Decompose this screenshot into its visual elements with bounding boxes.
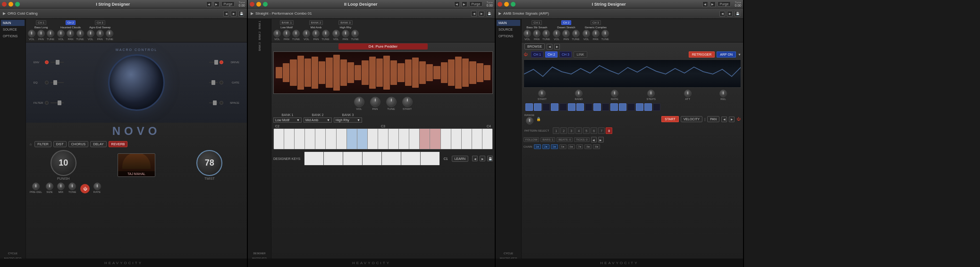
key-w19[interactable] [462, 129, 472, 149]
p3-ch1-tune-knob[interactable] [542, 30, 550, 37]
ch2-tune-knob[interactable] [76, 30, 84, 37]
p3-ch2-vol-knob[interactable] [553, 30, 560, 37]
p3-ch1-vol-knob[interactable] [524, 30, 531, 37]
step-1[interactable] [525, 103, 533, 111]
key-w2[interactable] [284, 129, 295, 149]
nav-options-1[interactable]: OPTIONS [1, 33, 25, 39]
pattern-1[interactable]: 1 [553, 127, 559, 134]
step-9[interactable] [593, 103, 601, 111]
close-btn-1[interactable] [2, 2, 7, 7]
bars-item[interactable]: BARS: 1 [541, 137, 555, 142]
gate-dot[interactable] [220, 81, 223, 84]
rate-knob[interactable] [93, 183, 101, 190]
power-icon-3[interactable]: ⏻ [524, 52, 527, 57]
link-btn[interactable]: LINK [574, 51, 588, 58]
dist-btn[interactable]: DIST [53, 141, 67, 147]
chain-7[interactable]: 8● [584, 144, 591, 149]
filter-slider[interactable] [58, 100, 61, 105]
b1-tune-knob[interactable] [292, 30, 300, 37]
next-btn-2[interactable]: ▶ [462, 1, 467, 7]
power-icon-range[interactable]: ⏻ [736, 117, 740, 121]
beats-item[interactable]: BEATS: 0 [557, 137, 573, 142]
range-next[interactable]: ▶ [729, 117, 735, 122]
close-btn-3[interactable] [498, 2, 502, 7]
chain-3[interactable]: 3● [551, 144, 558, 149]
ch2-selector[interactable]: CH 2 [545, 51, 558, 58]
taj-image[interactable]: TAJ MAHAL [118, 153, 155, 177]
env-dot-on[interactable] [45, 60, 49, 64]
pattern-5[interactable]: 5 [583, 127, 590, 134]
size-knob[interactable] [46, 183, 53, 190]
browse-next[interactable]: ▶ [554, 44, 560, 50]
next-btn-1[interactable]: ▶ [214, 1, 220, 7]
eq-dot-off[interactable] [45, 81, 49, 84]
key-w13[interactable] [399, 129, 409, 149]
step-11[interactable] [610, 103, 618, 111]
browse-btn[interactable]: BROWSE [524, 43, 545, 50]
maximize-btn-3[interactable] [511, 2, 515, 7]
dkey-5[interactable] [382, 152, 401, 165]
arp-att-knob[interactable] [684, 90, 692, 97]
b1-vol-knob[interactable] [273, 30, 281, 37]
key-w4[interactable] [305, 129, 315, 149]
pattern-8[interactable]: 8 [606, 127, 612, 134]
p3-ch3-pan-knob[interactable] [592, 30, 600, 37]
minimize-btn-2[interactable] [256, 2, 261, 7]
dkeys-next[interactable]: ▶ [480, 156, 485, 161]
key-w17[interactable] [441, 129, 451, 149]
inst-save-1[interactable]: 💾 [238, 11, 244, 17]
step-7[interactable] [576, 103, 584, 111]
pattern-6[interactable]: 6 [591, 127, 597, 134]
chain-5[interactable]: 6● [568, 144, 575, 149]
range-prev[interactable]: ◀ [721, 117, 727, 122]
follow-item[interactable]: FOLLOW [524, 137, 539, 142]
pre-del-knob[interactable] [32, 183, 40, 190]
nav-main-1[interactable]: MAIN [1, 20, 25, 26]
ch2-vol-knob[interactable] [57, 30, 65, 37]
drive-slider[interactable] [214, 60, 218, 65]
chain-next[interactable]: ▶ [598, 137, 604, 142]
dkey-3[interactable] [343, 152, 363, 165]
ticks-item[interactable]: TICKS: 0 [574, 137, 589, 142]
dkeys-prev[interactable]: ◀ [472, 156, 478, 161]
key-w15[interactable] [420, 129, 430, 149]
step-6[interactable] [568, 103, 575, 111]
step-14[interactable] [636, 103, 643, 111]
inst-prev-3[interactable]: ◀ [719, 11, 725, 17]
main-keyboard[interactable] [273, 128, 493, 150]
dkey-2[interactable] [324, 152, 343, 165]
bank3-dropdown[interactable]: High Rhy ▼ [334, 117, 362, 123]
inst-prev-1[interactable]: ◀ [223, 11, 229, 17]
prev-btn-2[interactable]: ◀ [454, 1, 460, 7]
key-w5[interactable] [315, 129, 326, 149]
key-w9[interactable] [357, 129, 368, 149]
ch3-tune-knob[interactable] [106, 30, 113, 37]
next-btn-3[interactable]: ▶ [710, 1, 716, 7]
purge-btn-1[interactable]: Purge [221, 1, 235, 7]
step-2[interactable] [534, 103, 541, 111]
p3-ch1-pan-knob[interactable] [533, 30, 541, 37]
velocity-btn[interactable]: VELOCITY [681, 116, 703, 122]
key-w20[interactable] [472, 129, 482, 149]
key-w12[interactable] [389, 129, 399, 149]
start-btn[interactable]: START [661, 116, 678, 122]
key-w14[interactable] [409, 129, 420, 149]
mix-knob[interactable] [57, 183, 65, 190]
reverb-btn[interactable]: REVERB [109, 141, 128, 147]
ch1-vol-knob[interactable] [28, 30, 35, 37]
inst-save-2[interactable]: 💾 [486, 11, 492, 17]
pattern-3[interactable]: 3 [568, 127, 574, 134]
punish-dial[interactable]: 10 [51, 150, 76, 176]
filter-btn[interactable]: FILTER [34, 141, 51, 147]
key-w6[interactable] [326, 129, 336, 149]
p3-ch3-vol-knob[interactable] [583, 30, 590, 37]
step-13[interactable] [627, 103, 635, 111]
inst-next-1[interactable]: ▶ [231, 11, 237, 17]
drive-dot[interactable] [220, 60, 223, 64]
step-16[interactable] [653, 103, 660, 111]
loop-tune-knob[interactable] [386, 97, 397, 107]
eq-slider[interactable] [53, 80, 57, 85]
minimize-btn-1[interactable] [8, 2, 13, 7]
pan-btn[interactable]: PAN [707, 116, 719, 122]
key-w21[interactable] [482, 129, 492, 149]
